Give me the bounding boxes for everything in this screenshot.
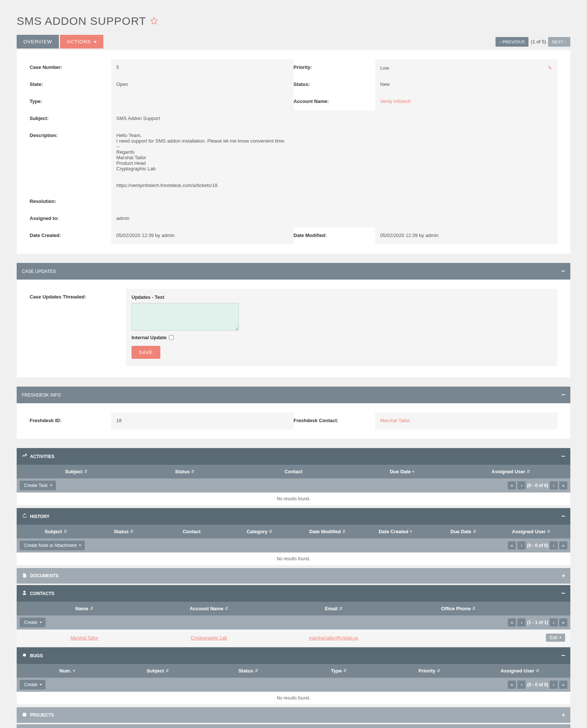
contacts-header[interactable]: CONTACTS − bbox=[17, 585, 570, 602]
bugs-empty: No results found. bbox=[17, 692, 570, 704]
type-label: Type: bbox=[30, 93, 111, 110]
pager-last-icon[interactable]: » bbox=[559, 541, 567, 550]
documents-header[interactable]: DOCUMENTS + bbox=[17, 568, 570, 584]
pager-next-icon[interactable]: › bbox=[550, 618, 558, 627]
history-header[interactable]: HISTORY − bbox=[17, 508, 570, 525]
sort-icon[interactable]: ⇵ bbox=[84, 469, 87, 474]
pager-last-icon[interactable]: » bbox=[559, 681, 567, 689]
create-note-button[interactable]: Create Note or Attachment bbox=[20, 541, 85, 550]
sort-icon[interactable]: ⇵ bbox=[473, 529, 476, 534]
contact-account-link[interactable]: Cryptographic Lab bbox=[191, 635, 227, 641]
collapse-icon[interactable]: − bbox=[561, 267, 565, 275]
case-updates-header[interactable]: CASE UPDATES − bbox=[17, 263, 570, 280]
resolution-label: Resolution: bbox=[30, 193, 111, 210]
sort-icon[interactable]: ⇵ bbox=[64, 529, 67, 534]
sort-desc-icon[interactable]: ▾ bbox=[412, 469, 414, 474]
freshdesk-header[interactable]: FRESHDESK INFO − bbox=[17, 387, 570, 403]
create-contact-button[interactable]: Create bbox=[20, 618, 46, 627]
svg-point-0 bbox=[23, 654, 26, 657]
next-button[interactable]: NEXT› bbox=[548, 37, 570, 47]
collapse-icon[interactable]: − bbox=[561, 453, 565, 460]
pager-prev-icon[interactable]: ‹ bbox=[517, 681, 526, 689]
account-name-label: Account Name: bbox=[294, 93, 375, 110]
contact-email-link[interactable]: marshal.tailor@crplab.us bbox=[309, 635, 358, 641]
sort-icon[interactable]: ⇵ bbox=[343, 668, 347, 673]
collapse-icon[interactable]: − bbox=[561, 652, 565, 659]
resolution-value bbox=[111, 193, 557, 210]
previous-button[interactable]: ‹PREVIOUS bbox=[496, 37, 528, 47]
edit-contact-button[interactable]: Edit bbox=[546, 634, 565, 642]
contact-row: Marshal Tailor Cryptographic Lab marshal… bbox=[17, 630, 570, 646]
date-modified-label: Date Modified: bbox=[294, 227, 375, 244]
sort-icon[interactable]: ⇵ bbox=[130, 529, 133, 534]
sort-icon[interactable]: ⇵ bbox=[166, 668, 169, 673]
favorite-star-icon[interactable] bbox=[150, 17, 158, 26]
sort-icon[interactable]: ⇵ bbox=[437, 668, 440, 673]
sort-icon[interactable]: ⇵ bbox=[547, 529, 550, 534]
svg-rect-1 bbox=[23, 713, 26, 716]
person-icon bbox=[22, 590, 27, 597]
sort-icon[interactable]: ⇵ bbox=[255, 668, 258, 673]
pager-prev-icon[interactable]: ‹ bbox=[517, 481, 526, 490]
expand-icon[interactable]: + bbox=[562, 712, 565, 718]
contact-name-link[interactable]: Marshal Tailor bbox=[70, 635, 98, 641]
updates-text-input[interactable] bbox=[131, 303, 239, 331]
record-position: (1 of 5) bbox=[531, 39, 546, 44]
status-label: Status: bbox=[294, 76, 375, 93]
security-groups-header[interactable]: SECURITY GROUPS + bbox=[17, 724, 570, 728]
pager-prev-icon[interactable]: ‹ bbox=[517, 618, 526, 627]
pager-first-icon[interactable]: « bbox=[508, 481, 516, 490]
internal-update-checkbox[interactable] bbox=[169, 335, 174, 340]
internal-update-label: Internal Update bbox=[131, 335, 167, 340]
sort-icon[interactable]: ⇵ bbox=[191, 469, 194, 474]
expand-icon[interactable]: + bbox=[562, 572, 565, 579]
save-button[interactable]: SAVE bbox=[131, 346, 160, 359]
pager-first-icon[interactable]: « bbox=[508, 541, 516, 550]
sort-icon[interactable]: ⇵ bbox=[339, 606, 343, 611]
sort-desc-icon[interactable]: ▾ bbox=[73, 668, 75, 673]
document-icon bbox=[22, 573, 27, 579]
date-modified-value: 05/02/2020 12:39 by admin bbox=[375, 227, 558, 244]
pager-first-icon[interactable]: « bbox=[508, 618, 516, 627]
sort-icon[interactable]: ⇵ bbox=[225, 606, 228, 611]
history-columns: Subject⇵ Status⇵ Contact Category⇵ Date … bbox=[17, 525, 570, 538]
pager-range: (0 - 0 of 0) bbox=[527, 483, 548, 488]
date-created-label: Date Created: bbox=[30, 227, 111, 244]
pager-next-icon[interactable]: › bbox=[550, 681, 558, 689]
collapse-icon[interactable]: − bbox=[561, 391, 565, 399]
sort-icon[interactable]: ⇵ bbox=[90, 606, 93, 611]
edit-priority-icon[interactable]: ✎ bbox=[548, 65, 552, 71]
pager-next-icon[interactable]: › bbox=[550, 541, 558, 550]
freshdesk-id-label: Freshdesk ID: bbox=[30, 413, 111, 430]
pager-last-icon[interactable]: » bbox=[559, 618, 567, 627]
bugs-header[interactable]: BUGS − bbox=[17, 647, 570, 664]
collapse-icon[interactable]: − bbox=[561, 590, 565, 597]
activities-columns: Subject⇵ Status⇵ Contact Due Date▾ Assig… bbox=[17, 465, 570, 478]
sort-icon[interactable]: ⇵ bbox=[536, 668, 539, 673]
projects-header[interactable]: PROJECTS + bbox=[17, 707, 570, 723]
sort-icon[interactable]: ⇵ bbox=[269, 529, 272, 534]
sort-desc-icon[interactable]: ▾ bbox=[410, 529, 412, 534]
activities-header[interactable]: ACTIVITIES − bbox=[17, 448, 570, 465]
history-empty: No results found. bbox=[17, 552, 570, 565]
case-updates-threaded-label: Case Updates Threaded: bbox=[30, 289, 126, 366]
collapse-icon[interactable]: − bbox=[561, 512, 565, 520]
pager-last-icon[interactable]: » bbox=[559, 481, 567, 490]
actions-dropdown[interactable]: ACTIONS bbox=[60, 35, 103, 49]
sort-icon[interactable]: ⇵ bbox=[527, 469, 530, 474]
create-bug-button[interactable]: Create bbox=[20, 680, 46, 689]
create-task-button[interactable]: Create Task bbox=[20, 481, 56, 490]
sort-icon[interactable]: ⇵ bbox=[472, 606, 476, 611]
pager-first-icon[interactable]: « bbox=[508, 681, 516, 689]
updates-text-label: Updates - Text bbox=[131, 294, 552, 300]
pager-prev-icon[interactable]: ‹ bbox=[517, 541, 526, 550]
sort-icon[interactable]: ⇵ bbox=[342, 529, 346, 534]
pager-next-icon[interactable]: › bbox=[550, 481, 558, 490]
state-label: State: bbox=[30, 76, 111, 93]
history-icon bbox=[22, 513, 27, 520]
assigned-to-value: admin bbox=[111, 210, 557, 227]
case-detail-panel: Case Number: 5 Priority: Low ✎ State: Op… bbox=[17, 50, 570, 254]
subject-label: Subject: bbox=[30, 110, 111, 127]
subject-value: SMS Addon Support bbox=[111, 110, 557, 127]
overview-tab[interactable]: OVERVIEW bbox=[17, 35, 59, 49]
